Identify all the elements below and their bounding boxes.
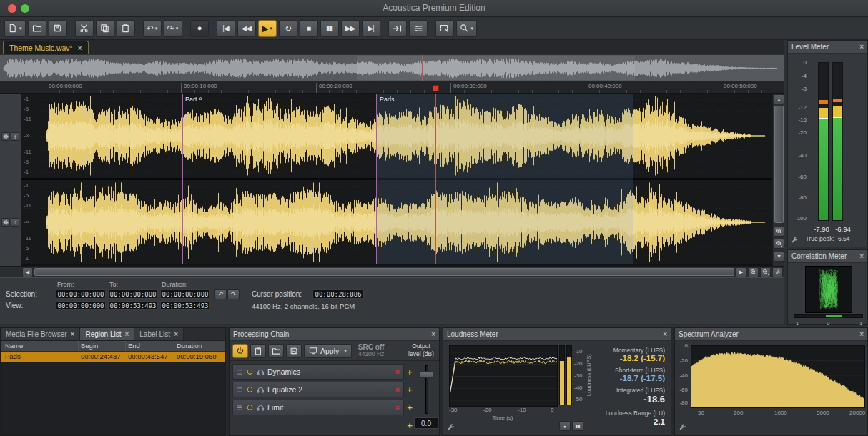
add-effect-icon[interactable]: +: [404, 402, 415, 413]
selection-duration-value[interactable]: 00:00:00:000: [160, 289, 210, 299]
tab-media-file-browser[interactable]: Media File Browser×: [1, 328, 80, 340]
region-list-body[interactable]: Pads 00:00:24:487 00:00:43:547 00:00:19:…: [1, 352, 225, 435]
paste-button[interactable]: [117, 20, 135, 37]
fast-forward-button[interactable]: ▶▶: [341, 20, 360, 37]
headphones-icon[interactable]: [257, 404, 265, 412]
waveform-overview[interactable]: [0, 55, 784, 81]
close-tab-icon[interactable]: ×: [124, 330, 129, 338]
remove-effect-icon[interactable]: ×: [395, 385, 400, 394]
chain-save-button[interactable]: [286, 344, 302, 358]
vertical-scroll-thumb[interactable]: [774, 106, 784, 223]
marker-label[interactable]: Part A: [185, 96, 203, 103]
wrench-icon[interactable]: [679, 423, 686, 431]
close-panel-icon[interactable]: ×: [859, 252, 864, 260]
loudness-meter-header[interactable]: Loudness Meter ×: [443, 328, 671, 341]
view-to-value[interactable]: 00:00:53:493: [108, 301, 158, 310]
chain-item[interactable]: Equalize 2 ×: [232, 382, 404, 397]
power-icon[interactable]: [246, 368, 254, 376]
horizontal-zoom-out-button[interactable]: [760, 267, 771, 277]
close-document-icon[interactable]: ×: [78, 44, 82, 52]
loop-playback-button[interactable]: ↻: [279, 20, 297, 37]
scrub-tool-button[interactable]: [388, 20, 407, 37]
go-to-end-button[interactable]: ▶|: [362, 20, 380, 37]
chain-copy-button[interactable]: [250, 344, 266, 358]
remove-effect-icon[interactable]: ×: [395, 403, 400, 412]
selection-region[interactable]: [376, 94, 633, 264]
apply-button[interactable]: Apply ▾: [304, 344, 352, 358]
view-duration-value[interactable]: 00:00:53:493: [160, 301, 210, 310]
tab-region-list[interactable]: Region List×: [80, 328, 134, 340]
view-settings-button[interactable]: [772, 267, 783, 277]
timeline-ruler[interactable]: 00:00:00:000 00:00:10:000 00:00:20:000 0…: [0, 81, 784, 94]
drag-handle-icon[interactable]: [237, 387, 243, 393]
close-panel-icon[interactable]: ×: [431, 330, 435, 338]
close-tab-icon[interactable]: ×: [71, 330, 75, 338]
region-list-column-header[interactable]: Name Begin End Duration: [1, 341, 225, 352]
correlation-meter-header[interactable]: Correlation Meter ×: [788, 250, 867, 263]
redo-button[interactable]: ↷▾: [164, 20, 182, 37]
chain-item-row[interactable]: Dynamics × +: [232, 364, 415, 380]
channel2-options-button[interactable]: [1, 218, 10, 227]
close-panel-icon[interactable]: ×: [859, 43, 864, 51]
close-tab-icon[interactable]: ×: [174, 330, 178, 338]
selection-redo-button[interactable]: ↷: [227, 289, 240, 299]
rewind-button[interactable]: ◀◀: [237, 20, 256, 37]
add-effect-icon[interactable]: +: [404, 367, 415, 377]
record-button[interactable]: ●: [190, 20, 209, 37]
wrench-icon[interactable]: [791, 236, 799, 244]
selection-undo-button[interactable]: ↶: [214, 289, 227, 299]
cursor-position-value[interactable]: 00:00:28:886: [312, 289, 364, 299]
output-level-slider-thumb[interactable]: [419, 371, 433, 378]
undo-button[interactable]: ↶▾: [143, 20, 162, 37]
chain-item-row[interactable]: Limit × +: [232, 400, 415, 415]
meter-start-button[interactable]: ●: [559, 421, 571, 431]
horizontal-scroll-thumb[interactable]: [34, 268, 734, 276]
output-level-value[interactable]: 0.0: [414, 417, 438, 429]
power-icon[interactable]: [246, 386, 254, 394]
spectrum-analyzer-header[interactable]: Spectrum Analyzer ×: [675, 328, 867, 341]
level-meter-header[interactable]: Level Meter ×: [788, 41, 867, 54]
zoom-tool-button[interactable]: ▾: [456, 20, 478, 37]
open-file-button[interactable]: [28, 20, 46, 37]
horizontal-zoom-in-button[interactable]: [748, 267, 759, 277]
close-window-button[interactable]: [8, 4, 16, 13]
vertical-zoom-out-button[interactable]: [774, 239, 784, 249]
column-name[interactable]: Name: [5, 342, 23, 350]
chain-power-button[interactable]: [232, 344, 248, 358]
chain-item[interactable]: Dynamics ×: [232, 364, 404, 380]
selection-from-value[interactable]: 00:00:00:000: [56, 289, 106, 299]
waveform-display[interactable]: -1 -5 -11 -∞ -11 -5 -1 -1 -5 -11 -∞ -11 …: [21, 94, 772, 266]
channel1-resize-button[interactable]: ↕: [11, 132, 19, 141]
scroll-right-button[interactable]: ▶: [736, 267, 746, 277]
cut-button[interactable]: [75, 20, 94, 37]
marker-label[interactable]: Pads: [380, 96, 395, 103]
marker-line-pads[interactable]: [376, 94, 377, 264]
add-effect-icon[interactable]: +: [404, 385, 415, 395]
column-end[interactable]: End: [128, 342, 140, 350]
tab-label-list[interactable]: Label List×: [134, 328, 184, 340]
zoom-window-button[interactable]: [21, 4, 29, 13]
selection-tool-button[interactable]: [435, 20, 454, 37]
chain-item[interactable]: Limit ×: [232, 400, 404, 415]
scroll-up-button[interactable]: ▲: [774, 94, 784, 104]
view-from-value[interactable]: 00:00:00:000: [56, 301, 106, 310]
region-row-selected[interactable]: Pads 00:00:24:487 00:00:43:547 00:00:19:…: [1, 352, 225, 362]
drag-handle-icon[interactable]: [237, 405, 243, 411]
processing-chain-header[interactable]: Processing Chain ×: [230, 328, 439, 341]
save-file-button[interactable]: [49, 20, 67, 37]
selection-to-value[interactable]: 00:00:00:000: [108, 289, 158, 299]
marker-line-part-a[interactable]: [182, 94, 183, 264]
close-panel-icon[interactable]: ×: [663, 330, 667, 338]
headphones-icon[interactable]: [257, 368, 265, 376]
chain-load-button[interactable]: [268, 344, 284, 358]
drag-handle-icon[interactable]: [237, 369, 243, 375]
play-button[interactable]: ▶▾: [258, 20, 277, 37]
scroll-down-button[interactable]: ▲: [774, 252, 784, 262]
meter-pause-button[interactable]: ▮▮: [572, 421, 583, 431]
playhead-marker-handle[interactable]: [433, 85, 439, 91]
column-duration[interactable]: Duration: [177, 342, 202, 350]
headphones-icon[interactable]: [257, 386, 265, 394]
go-to-start-button[interactable]: |◀: [217, 20, 235, 37]
channel1-options-button[interactable]: [1, 132, 10, 141]
column-begin[interactable]: Begin: [81, 342, 98, 350]
